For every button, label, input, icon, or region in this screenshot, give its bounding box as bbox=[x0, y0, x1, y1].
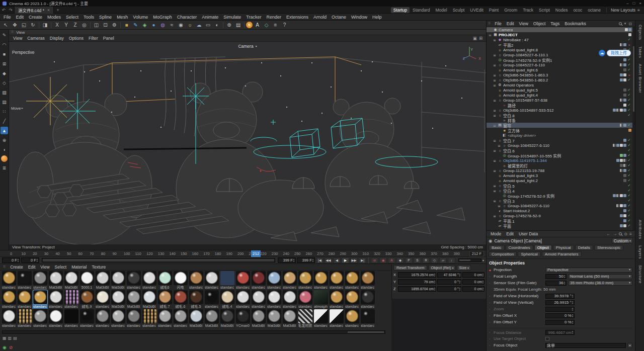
material-thumbnail[interactable] bbox=[111, 290, 125, 304]
tag-chip[interactable] bbox=[623, 174, 626, 177]
timeline-zoom-slider[interactable] bbox=[458, 258, 481, 262]
material-standarc-2-11[interactable]: standarc bbox=[173, 309, 188, 328]
octane-ball-icon[interactable] bbox=[1, 155, 8, 162]
reset-transform-button[interactable]: Reset Transform bbox=[393, 265, 427, 271]
preview-start-field[interactable]: 0 F▴▾ bbox=[21, 257, 39, 263]
material-standarc-1-0[interactable]: standarc bbox=[1, 290, 17, 309]
object-row-nitrobake-47[interactable]: ⊞◆NitroBake : 47✓ bbox=[487, 37, 632, 42]
tag-chip[interactable] bbox=[620, 43, 623, 46]
octane-icon[interactable]: S bbox=[246, 22, 253, 28]
side-tab-takes[interactable]: Takes bbox=[638, 46, 642, 58]
menu-simulate[interactable]: Simulate bbox=[221, 15, 244, 20]
sky-create-icon[interactable]: ☁ bbox=[195, 21, 203, 29]
visibility-toggle[interactable]: ✓ bbox=[627, 168, 631, 172]
material-mat3d6t-2-16[interactable]: Mat3d6t bbox=[251, 309, 266, 328]
tag-chip[interactable] bbox=[623, 159, 626, 162]
tab-basic[interactable]: Basic bbox=[489, 245, 505, 250]
edges-mode-icon[interactable]: ╱ bbox=[1, 117, 8, 125]
panel-menu-icon[interactable]: ≡ bbox=[629, 231, 632, 236]
record-scale-button[interactable]: S bbox=[414, 257, 421, 264]
tag-chip[interactable] bbox=[620, 214, 623, 217]
object-row-arnold-quad-light-3[interactable]: ☼Arnold quad_light.3✓ bbox=[487, 173, 632, 178]
material-thumbnail[interactable] bbox=[314, 290, 328, 304]
material-thumbnail[interactable] bbox=[361, 271, 375, 285]
material-绒毛6-0-10[interactable]: 绒毛6 bbox=[157, 271, 173, 290]
undo-icon[interactable]: ↶ bbox=[0, 8, 7, 13]
camera-view-label[interactable]: Camera▪ bbox=[9, 44, 486, 49]
menu-octane[interactable]: Octane bbox=[329, 15, 349, 20]
y-scale-field[interactable]: 0 cm▴▾ bbox=[462, 279, 485, 285]
prev-frame-button[interactable]: ◀ bbox=[333, 257, 341, 264]
tag-chip[interactable] bbox=[623, 204, 626, 207]
visibility-toggle[interactable]: ✓ bbox=[627, 38, 631, 42]
anim-dot-icon[interactable]: ◦ bbox=[489, 308, 492, 311]
material-standarc-1-4[interactable]: standarc bbox=[63, 290, 79, 309]
material-thumbnail[interactable] bbox=[345, 309, 359, 323]
visibility-toggle[interactable]: ✓ bbox=[627, 103, 631, 107]
viewport-layout-icon[interactable]: ⊞ bbox=[479, 36, 482, 41]
om-menu-file[interactable]: File bbox=[492, 21, 504, 26]
material-thumbnail[interactable] bbox=[111, 271, 125, 285]
material-standarc-1-13[interactable]: standarc bbox=[204, 290, 219, 309]
material-thumbnail[interactable] bbox=[80, 290, 94, 304]
polygons-mode-icon[interactable]: ▲ bbox=[1, 127, 8, 134]
object-row-group-10154897-57-638[interactable]: ⊞○Group-10154897-57-638✓ bbox=[487, 98, 632, 103]
object-row-group-1745278-52-9-实例[interactable]: ◎Group-1745278-52-9 实例✓ bbox=[487, 193, 632, 198]
menu-character[interactable]: Character bbox=[175, 15, 200, 20]
side-tab-asset-browser[interactable]: Asset Browser bbox=[638, 64, 642, 93]
layer-manager-icon[interactable]: ≣ bbox=[1, 164, 8, 171]
upload-overlay[interactable]: ☁ 拖拽上传 bbox=[599, 50, 631, 56]
layout-tab-sculpt[interactable]: Sculpt bbox=[450, 7, 467, 13]
anim-dot-icon[interactable]: ◦ bbox=[489, 295, 492, 298]
close-button[interactable]: × bbox=[639, 1, 641, 6]
visibility-toggle[interactable]: ✓ bbox=[627, 78, 631, 82]
material-thumbnail[interactable] bbox=[96, 290, 110, 304]
tag-chip[interactable] bbox=[616, 204, 619, 207]
render-view-icon[interactable]: ◫ bbox=[92, 21, 101, 29]
snap-icon[interactable]: ⊕ bbox=[225, 21, 233, 29]
object-row-group-10154897-10-555-实例[interactable]: ◎Group-10154897-10-555 实例✓ bbox=[487, 153, 632, 158]
material-毛发材质-2-19[interactable]: 毛发材质 bbox=[297, 309, 313, 328]
material-绒毛-6-1-11[interactable]: 绒毛.6 bbox=[173, 290, 188, 309]
object-row-group-10845227-6-110[interactable]: ⊞○Group-10845227-6-110✓ bbox=[487, 203, 632, 208]
material-thumbnail[interactable] bbox=[236, 290, 250, 304]
material-thumbnail[interactable] bbox=[330, 309, 344, 323]
material-standarc-0-21[interactable]: standarc bbox=[329, 271, 344, 290]
expand-icon[interactable]: ⊞ bbox=[493, 114, 497, 117]
material-thumbnail[interactable] bbox=[33, 271, 47, 285]
simulate-icon[interactable]: ≈ bbox=[168, 21, 176, 29]
tag-chip[interactable] bbox=[613, 194, 616, 197]
visibility-toggle[interactable]: ✓ bbox=[627, 163, 631, 167]
tag-chip[interactable] bbox=[623, 154, 626, 157]
material-standarc-0-13[interactable]: standarc bbox=[204, 271, 219, 290]
menu-modes[interactable]: Modes bbox=[45, 15, 63, 20]
expand-icon[interactable]: ⊞ bbox=[493, 184, 497, 188]
material-mat3d6t-0-7[interactable]: Mat3d6t bbox=[110, 271, 126, 290]
material-thumbnail[interactable] bbox=[174, 309, 188, 323]
viewport-menu-display[interactable]: Display bbox=[47, 36, 66, 41]
visibility-toggle[interactable]: ✓ bbox=[627, 153, 631, 157]
tag-chip[interactable] bbox=[623, 179, 626, 182]
visibility-toggle[interactable]: ✓ bbox=[627, 143, 631, 147]
expand-icon[interactable]: ⊞ bbox=[493, 53, 497, 57]
material-create-icon[interactable]: ◐ bbox=[213, 21, 221, 29]
material-thumbnail[interactable] bbox=[252, 290, 266, 304]
object-row-arnold-quad-light-4[interactable]: ☼Arnold quad_light.4✓ bbox=[487, 93, 632, 98]
expand-icon[interactable]: ⊞ bbox=[493, 169, 497, 172]
material-thumbnail[interactable] bbox=[236, 309, 250, 323]
tag-chip[interactable] bbox=[616, 159, 619, 162]
material-绒毛-5-1-12[interactable]: 绒毛.5 bbox=[188, 290, 204, 309]
material-thumbnail[interactable] bbox=[142, 271, 156, 285]
expand-icon[interactable]: ⊞ bbox=[493, 99, 497, 102]
menu-tracker[interactable]: Tracker bbox=[244, 15, 264, 20]
tag-chip[interactable] bbox=[628, 28, 631, 31]
expand-icon[interactable]: ⊟ bbox=[493, 124, 497, 127]
material-standarc-1-2[interactable]: standarc bbox=[32, 290, 48, 309]
tag-chip[interactable] bbox=[623, 214, 626, 217]
material-standarc-1-21[interactable]: standarc bbox=[329, 290, 344, 309]
visibility-toggle[interactable]: ✓ bbox=[627, 158, 631, 162]
object-row-平面[interactable]: ▱平面✓ bbox=[487, 223, 632, 228]
object-row-group-1745278-52-9-实例1[interactable]: ◎Group-1745278-52-9 实例1✓ bbox=[487, 57, 632, 62]
menu-spline[interactable]: Spline bbox=[97, 15, 114, 20]
field-icon[interactable]: ◍ bbox=[158, 21, 167, 29]
